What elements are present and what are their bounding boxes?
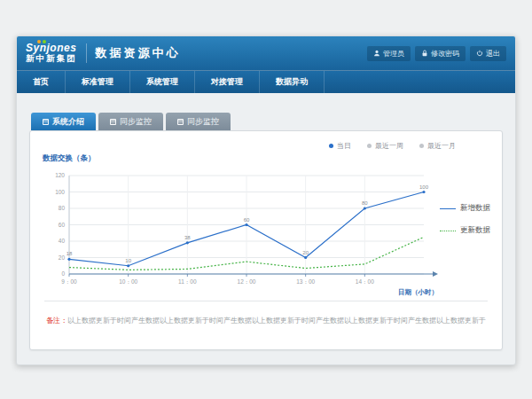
svg-text:10: 10 bbox=[125, 258, 131, 263]
chart-row: 0204060801001209：0010：0011：0012：0013：001… bbox=[39, 164, 493, 297]
svg-text:11：00: 11：00 bbox=[178, 278, 197, 285]
line-sample-icon bbox=[440, 231, 456, 231]
svg-text:38: 38 bbox=[184, 235, 191, 240]
series-legend: 新增数据 更新数据 bbox=[440, 164, 490, 236]
svg-text:100: 100 bbox=[419, 184, 429, 190]
logo-dots-icon bbox=[37, 40, 46, 43]
top-header: Synjones 新中新集团 数据资源中心 管理员 修改密码 退出 bbox=[17, 36, 515, 70]
legend-dot-icon bbox=[419, 144, 424, 148]
user-icon bbox=[373, 50, 380, 57]
svg-text:80: 80 bbox=[362, 200, 368, 206]
svg-text:20: 20 bbox=[59, 254, 66, 261]
legend-new-data[interactable]: 新增数据 bbox=[440, 203, 490, 214]
nav-item-data-change[interactable]: 数据异动 bbox=[260, 71, 325, 93]
svg-text:12：00: 12：00 bbox=[238, 278, 256, 285]
svg-text:60: 60 bbox=[59, 222, 66, 228]
svg-text:14：00: 14：00 bbox=[356, 278, 374, 285]
svg-text:9：00: 9：00 bbox=[61, 278, 77, 285]
filter-label: 当日 bbox=[337, 141, 351, 151]
svg-text:日期（小时）: 日期（小时） bbox=[398, 288, 438, 296]
svg-text:100: 100 bbox=[55, 189, 65, 195]
tab-system-intro[interactable]: 系统介绍 bbox=[31, 113, 96, 130]
tab-label: 同步监控 bbox=[120, 116, 152, 128]
nav-item-system-mgmt[interactable]: 系统管理 bbox=[130, 71, 195, 93]
main-nav: 首页 标准管理 系统管理 对接管理 数据异动 bbox=[17, 70, 515, 93]
filter-today[interactable]: 当日 bbox=[329, 141, 351, 151]
note-divider bbox=[44, 301, 488, 301]
tab-bar: 系统介绍 同步监控 同步监控 bbox=[31, 113, 503, 130]
nav-item-interface-mgmt[interactable]: 对接管理 bbox=[195, 71, 260, 93]
tab-icon bbox=[110, 119, 116, 125]
logout-label: 退出 bbox=[486, 49, 500, 59]
tab-icon bbox=[177, 119, 184, 125]
legend-dot-icon bbox=[329, 144, 333, 148]
time-filter-legend: 当日 最近一周 最近一月 bbox=[39, 138, 493, 151]
admin-button[interactable]: 管理员 bbox=[367, 46, 411, 61]
series-label: 更新数据 bbox=[460, 225, 490, 236]
header-divider bbox=[86, 43, 87, 63]
svg-text:20: 20 bbox=[302, 250, 309, 255]
filter-label: 最近一月 bbox=[427, 141, 456, 151]
svg-text:0: 0 bbox=[61, 270, 65, 277]
footnote-text: 以上数据更新于时间产生数据以上数据更新于时间产生数据以上数据更新于时间产生数据以… bbox=[67, 317, 486, 325]
logo-text: Synjones bbox=[26, 43, 77, 55]
y-axis-title: 数据交换（条） bbox=[43, 153, 493, 164]
change-password-button[interactable]: 修改密码 bbox=[415, 46, 466, 61]
screen: Synjones 新中新集团 数据资源中心 管理员 修改密码 退出 bbox=[0, 35, 532, 399]
svg-text:120: 120 bbox=[55, 172, 65, 178]
page-title: 数据资源中心 bbox=[96, 45, 181, 61]
legend-updated-data[interactable]: 更新数据 bbox=[440, 225, 490, 236]
power-icon bbox=[476, 50, 483, 57]
legend-dot-icon bbox=[367, 144, 372, 148]
footnote-prefix: 备注： bbox=[46, 317, 67, 325]
brand-logo: Synjones 新中新集团 bbox=[26, 43, 84, 65]
app-window: Synjones 新中新集团 数据资源中心 管理员 修改密码 退出 bbox=[16, 35, 516, 365]
line-chart: 0204060801001209：0010：0011：0012：0013：001… bbox=[39, 164, 440, 297]
content-area: 系统介绍 同步监控 同步监控 当日 bbox=[17, 93, 515, 365]
logo-subtitle: 新中新集团 bbox=[26, 54, 77, 64]
footnote: 备注：以上数据更新于时间产生数据以上数据更新于时间产生数据以上数据更新于时间产生… bbox=[39, 316, 493, 325]
filter-last-month[interactable]: 最近一月 bbox=[419, 141, 456, 151]
nav-item-standard-mgmt[interactable]: 标准管理 bbox=[66, 71, 130, 93]
tab-label: 同步监控 bbox=[187, 116, 219, 128]
tab-sync-monitor-1[interactable]: 同步监控 bbox=[98, 113, 163, 130]
line-sample-icon bbox=[440, 208, 456, 209]
svg-text:60: 60 bbox=[244, 217, 250, 223]
series-label: 新增数据 bbox=[460, 203, 490, 214]
user-actions: 管理员 修改密码 退出 bbox=[367, 46, 506, 61]
svg-text:18: 18 bbox=[66, 251, 73, 256]
filter-label: 最近一周 bbox=[375, 141, 403, 151]
svg-text:40: 40 bbox=[59, 238, 66, 244]
svg-text:80: 80 bbox=[59, 205, 66, 211]
nav-item-home[interactable]: 首页 bbox=[17, 71, 66, 93]
tab-sync-monitor-2[interactable]: 同步监控 bbox=[166, 113, 231, 130]
tab-icon bbox=[43, 119, 49, 125]
admin-label: 管理员 bbox=[383, 49, 404, 59]
tab-label: 系统介绍 bbox=[52, 116, 84, 128]
chart-panel: 当日 最近一周 最近一月 数据交换（条） 0204060801001209：00… bbox=[29, 130, 503, 350]
lock-icon bbox=[421, 50, 428, 57]
svg-text:13：00: 13：00 bbox=[296, 278, 315, 285]
filter-last-week[interactable]: 最近一周 bbox=[367, 141, 403, 151]
svg-text:10：00: 10：00 bbox=[119, 278, 137, 285]
logout-button[interactable]: 退出 bbox=[470, 46, 506, 61]
change-password-label: 修改密码 bbox=[431, 49, 459, 59]
